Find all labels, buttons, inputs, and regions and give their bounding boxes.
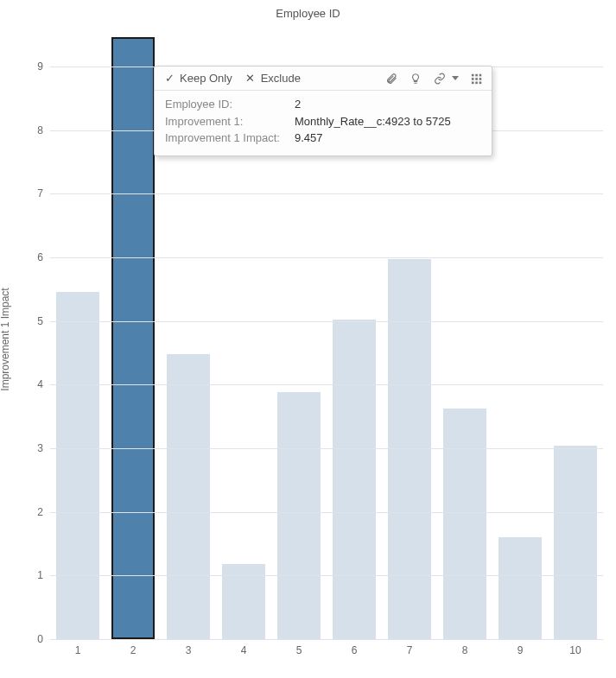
svg-rect-4 [475,78,478,80]
chart-container: Employee ID Improvement 1 Impact 0123456… [0,0,616,678]
bar[interactable] [333,320,376,639]
x-tick-label: 5 [296,639,302,656]
y-tick-label: 2 [17,506,50,518]
y-tick-label: 8 [17,124,50,136]
data-grid-icon[interactable] [471,73,483,85]
paperclip-icon[interactable] [385,73,397,85]
svg-rect-3 [472,78,474,80]
x-icon: ✕ [244,73,257,85]
tooltip-key: Improvement 1: [165,113,295,130]
y-tick-label: 1 [17,569,50,581]
tooltip-key: Improvement 1 Impact: [165,130,295,147]
link-dropdown-button[interactable] [434,73,459,85]
gridline [50,512,603,513]
chart-title: Employee ID [0,7,616,20]
y-tick-label: 0 [17,633,50,645]
x-tick-label: 8 [462,639,468,656]
y-tick-label: 7 [17,187,50,200]
svg-rect-5 [479,78,482,80]
x-tick-label: 3 [186,639,192,656]
x-tick-label: 10 [569,639,581,656]
gridline [50,384,603,385]
bar[interactable] [388,259,431,639]
gridline [50,321,603,322]
x-tick-label: 9 [518,639,524,656]
x-tick-label: 1 [75,639,81,656]
tooltip-row: Improvement 1 Impact: 9.457 [165,130,481,147]
gridline [50,257,603,258]
svg-rect-0 [472,73,474,76]
tooltip: ✓ Keep Only ✕ Exclude [154,66,492,156]
y-tick-label: 3 [17,442,50,454]
y-tick-label: 9 [17,60,50,73]
y-axis-label-text: Improvement 1 Impact [0,288,11,390]
chevron-down-icon [452,76,459,80]
svg-rect-7 [475,81,478,84]
tooltip-value: 2 [295,96,301,113]
bar[interactable] [499,537,542,639]
x-tick-label: 7 [407,639,413,656]
gridline [50,193,603,194]
bar[interactable] [277,392,321,639]
tooltip-row: Employee ID: 2 [165,96,481,113]
check-icon: ✓ [163,73,175,85]
keep-only-button[interactable]: ✓ Keep Only [163,72,232,85]
y-tick-label: 4 [17,378,50,390]
gridline [50,575,603,576]
bar[interactable] [554,446,597,639]
link-icon [434,73,446,85]
tooltip-row: Improvement 1: Monthly_Rate__c:4923 to 5… [165,113,481,130]
bar[interactable] [56,292,99,639]
tooltip-icon-group [385,73,483,85]
svg-rect-2 [479,73,482,76]
tooltip-value: 9.457 [295,130,323,147]
svg-rect-6 [472,81,474,84]
svg-rect-8 [479,81,482,84]
bar[interactable] [111,37,155,639]
gridline [50,448,603,449]
bar[interactable] [443,409,486,639]
x-tick-label: 4 [241,639,247,656]
bar[interactable] [167,354,210,639]
exclude-label: Exclude [261,72,301,85]
y-tick-label: 6 [17,251,50,263]
x-tick-label: 6 [352,639,358,656]
svg-rect-1 [475,73,478,76]
tooltip-header: ✓ Keep Only ✕ Exclude [155,67,492,91]
keep-only-label: Keep Only [180,72,232,85]
tooltip-key: Employee ID: [165,96,295,113]
lightbulb-icon[interactable] [410,73,422,85]
x-tick-label: 2 [130,639,137,656]
y-axis-label: Improvement 1 Impact [0,236,11,339]
tooltip-value: Monthly_Rate__c:4923 to 5725 [295,113,451,130]
tooltip-body: Employee ID: 2 Improvement 1: Monthly_Ra… [155,91,492,155]
y-tick-label: 5 [17,315,50,327]
exclude-button[interactable]: ✕ Exclude [244,72,301,85]
